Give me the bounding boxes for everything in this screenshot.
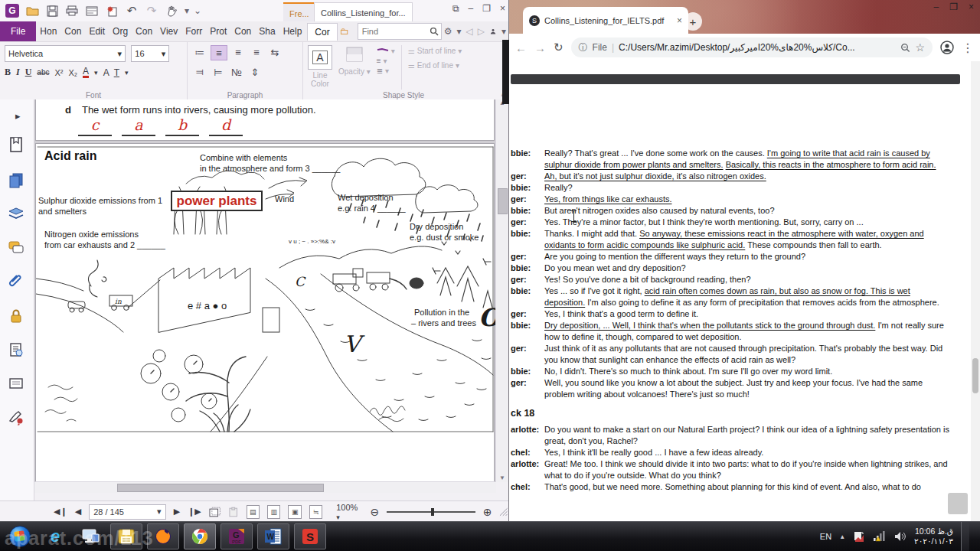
clock[interactable]: 10:06 ق.ظ ۲۰۲۰/۱۱/۰۳ <box>914 527 953 546</box>
tab-close-icon[interactable]: × <box>677 15 682 26</box>
subscript-button[interactable]: X₂ <box>68 68 77 77</box>
continuous-facing-view-button[interactable]: ≒ <box>309 505 322 519</box>
menu-item-con[interactable]: Con <box>132 23 156 40</box>
zoom-percent[interactable]: 100% ▾ <box>336 503 362 521</box>
end-of-line-button[interactable]: ⚌End of line ▾ <box>408 61 462 70</box>
float-window-button[interactable]: ⧉ <box>452 3 459 14</box>
user-dropdown[interactable]: ▾ <box>501 26 506 37</box>
bold-button[interactable]: B <box>5 67 11 78</box>
numbering-button[interactable]: № <box>229 65 244 79</box>
pdf-corner-widget[interactable] <box>948 493 968 514</box>
menu-item-viev[interactable]: Viev <box>156 23 181 40</box>
text-style-button[interactable]: T <box>114 67 119 78</box>
taskbar-foxit[interactable]: GPDF <box>220 523 253 549</box>
minimize-button[interactable]: – <box>469 3 474 14</box>
hscroll-thumb[interactable] <box>117 484 324 492</box>
profile-icon[interactable] <box>940 41 954 54</box>
browser-tab[interactable]: S Collins_Listening_for_IELTS.pdf × <box>523 7 688 34</box>
horizontal-scrollbar[interactable] <box>34 481 496 493</box>
restore-button[interactable]: ❐ <box>482 3 491 14</box>
snapshot-icon[interactable] <box>209 507 220 517</box>
opacity-button[interactable]: Opacity ▾ <box>338 67 371 76</box>
single-page-view-button[interactable]: ▤ <box>247 505 260 519</box>
print-icon[interactable] <box>63 2 81 19</box>
hand-tool-dropdown[interactable]: ▾ <box>185 5 189 16</box>
minimize-button[interactable]: – <box>934 2 939 12</box>
facing-view-button[interactable]: ▣ <box>288 505 301 519</box>
line-style-dropdown[interactable]: ▾ <box>391 47 395 55</box>
network-icon[interactable] <box>873 531 887 542</box>
start-of-line-button[interactable]: ⚌Start of line ▾ <box>408 47 462 55</box>
find-next-icon[interactable]: ▷ <box>478 26 485 37</box>
maximize-button[interactable]: ❐ <box>949 2 958 12</box>
align-right-button[interactable]: ≡ <box>249 45 264 59</box>
zoom-out-button[interactable]: ⊖ <box>371 506 380 518</box>
gear-dropdown[interactable]: ▾ <box>456 26 461 37</box>
fields-panel-icon[interactable] <box>8 375 24 392</box>
vscroll-thumb[interactable] <box>498 188 508 214</box>
zoom-slider[interactable] <box>387 511 475 513</box>
hand-tool-icon[interactable] <box>162 2 181 19</box>
back-icon[interactable]: ← <box>515 41 527 54</box>
action-center-icon[interactable] <box>853 530 865 543</box>
line-spacing-button[interactable]: ⇕ <box>247 65 263 79</box>
foxit-app-icon[interactable]: G <box>3 2 21 19</box>
italic-button[interactable]: I <box>16 67 20 78</box>
zoom-in-button[interactable]: ⊕ <box>483 506 492 518</box>
language-indicator[interactable]: EN <box>820 532 831 541</box>
text-style-a-button[interactable]: A <box>308 45 332 70</box>
menu-dots-icon[interactable]: ⋮ <box>962 41 974 55</box>
save-icon[interactable] <box>43 2 61 19</box>
align-left-button[interactable]: ≡ <box>211 45 227 60</box>
vertical-scrollbar[interactable]: ▲ ▼ <box>495 99 508 482</box>
destinations-panel-icon[interactable] <box>8 341 24 358</box>
search-icon[interactable] <box>430 27 439 36</box>
panel-expand-icon[interactable]: ▸ <box>15 110 32 127</box>
char-spacing-button[interactable]: A <box>103 67 109 78</box>
fill-shape-icon[interactable] <box>345 45 364 64</box>
layers-panel-icon[interactable] <box>8 205 24 222</box>
menu-item-hon[interactable]: Hon <box>36 23 60 40</box>
line-weight-dropdown[interactable]: ▾ <box>384 57 387 65</box>
new-tab-button[interactable]: + <box>684 12 702 31</box>
volume-icon[interactable] <box>894 531 906 542</box>
pages-panel-icon[interactable] <box>8 171 24 188</box>
show-desktop-button[interactable] <box>961 522 969 551</box>
signature-panel-icon[interactable] <box>8 409 24 425</box>
bookmark-star-icon[interactable]: ☆ <box>915 41 925 54</box>
menu-item-con[interactable]: Con <box>60 23 85 40</box>
clipboard-icon[interactable] <box>228 507 238 517</box>
underline-button[interactable]: U <box>25 67 32 78</box>
first-page-button[interactable]: ◀❙ <box>54 507 67 517</box>
security-panel-icon[interactable] <box>8 308 24 324</box>
zoom-page-icon[interactable] <box>900 43 910 53</box>
new-document-icon[interactable] <box>103 2 121 19</box>
indent-decrease-button[interactable]: ⫤ <box>192 65 207 79</box>
font-family-select[interactable]: Helvetica▾ <box>5 45 126 62</box>
menu-file[interactable]: File <box>0 21 36 41</box>
page-number-input[interactable]: 28 / 145▾ <box>89 504 165 520</box>
doc-tab-collins[interactable]: Collins_Listening_for... <box>314 2 413 22</box>
menu-item-edit[interactable]: Edit <box>85 23 109 40</box>
indent-increase-button[interactable]: ⊨ <box>211 65 226 79</box>
text-style-dropdown[interactable]: ▾ <box>125 69 129 77</box>
attachments-panel-icon[interactable] <box>8 272 24 289</box>
power-plants-textbox[interactable]: power plants <box>171 191 263 211</box>
align-center-button[interactable]: ≡ <box>230 45 246 59</box>
line-dash-dropdown[interactable]: ▾ <box>385 67 389 75</box>
superscript-button[interactable]: X² <box>54 68 63 77</box>
bookmarks-panel-icon[interactable] <box>8 136 24 153</box>
quick-access-more[interactable]: ⌄ <box>194 5 201 16</box>
taskbar-s-app[interactable]: S <box>294 523 326 549</box>
forward-icon[interactable]: → <box>534 41 546 54</box>
find-prev-icon[interactable]: ◁ <box>466 26 472 37</box>
close-button[interactable]: × <box>969 2 974 12</box>
font-color-dropdown[interactable]: ▾ <box>94 69 98 77</box>
menu-item-org[interactable]: Org <box>109 23 132 40</box>
menu-item-con[interactable]: Con <box>230 23 255 40</box>
menu-item-sha[interactable]: Sha <box>255 23 279 40</box>
line-style-icon[interactable] <box>377 48 389 54</box>
pdf-scroll-thumb[interactable] <box>972 358 978 393</box>
undo-icon[interactable]: ↶ <box>122 2 141 19</box>
reload-icon[interactable]: ↻ <box>554 41 564 54</box>
